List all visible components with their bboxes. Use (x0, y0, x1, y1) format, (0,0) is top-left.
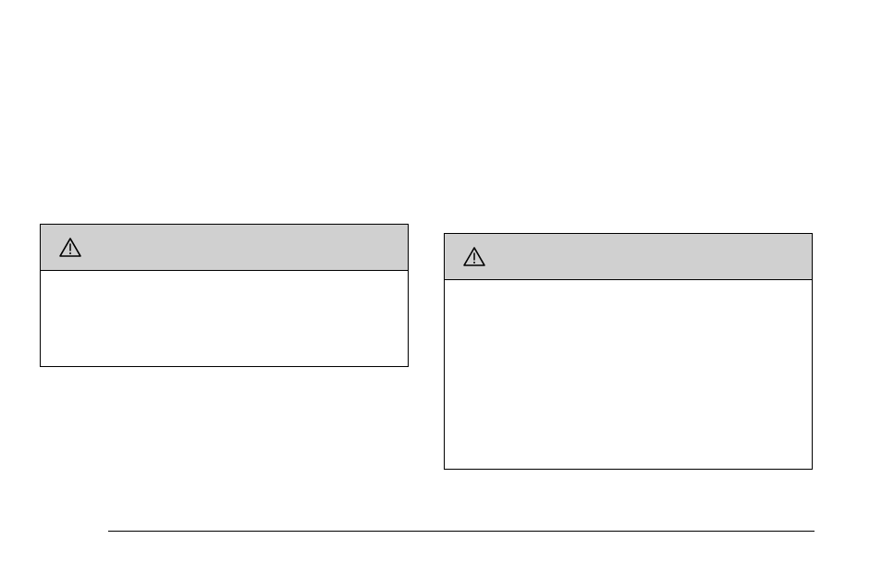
caution-box-left (40, 224, 409, 367)
caution-box-right-header (445, 234, 812, 280)
horizontal-divider (108, 531, 815, 532)
warning-icon (59, 238, 81, 258)
svg-point-3 (473, 262, 475, 263)
svg-point-1 (69, 252, 71, 254)
caution-box-right (444, 233, 813, 470)
warning-icon (463, 247, 485, 267)
caution-box-left-body (41, 271, 408, 293)
caution-box-left-header (41, 225, 408, 271)
caution-box-right-body (445, 280, 812, 302)
